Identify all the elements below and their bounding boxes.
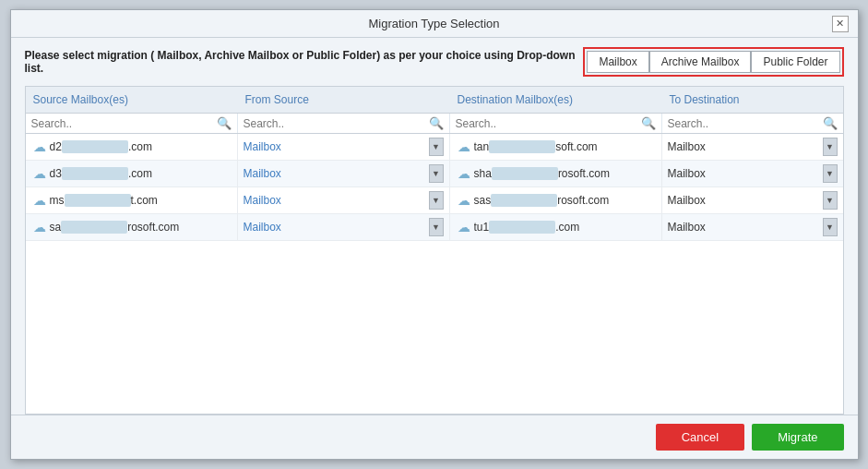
- source-email-4: sa████████rosoft.com: [50, 221, 180, 234]
- from-source-cell-2: Mailbox ▼: [238, 161, 450, 186]
- source-type-link-1[interactable]: Mailbox: [244, 140, 281, 153]
- to-dest-cell-4: Mailbox ▼: [662, 214, 843, 240]
- source-email-3: ms████████t.com: [50, 194, 158, 207]
- cloud-icon: ☁: [458, 139, 470, 154]
- close-button[interactable]: ✕: [832, 16, 849, 32]
- table-header: Source Mailbox(es) From Source Destinati…: [26, 87, 843, 114]
- source-dropdown-1[interactable]: ▼: [429, 138, 444, 156]
- col-header-to: To Destination: [662, 90, 843, 109]
- cloud-icon: ☁: [33, 193, 46, 208]
- cloud-icon: ☁: [33, 166, 46, 181]
- cloud-icon: ☁: [458, 220, 470, 234]
- dest-cell-1: ☁ tan████████soft.com: [450, 134, 662, 160]
- col-header-from: From Source: [238, 90, 450, 109]
- table-row: ☁ d3████████.com Mailbox ▼ ☁ sha████████…: [26, 161, 843, 187]
- mailbox-button[interactable]: Mailbox: [587, 51, 648, 73]
- cloud-icon: ☁: [33, 139, 46, 154]
- search-dest-cell: 🔍: [450, 114, 662, 133]
- source-dropdown-3[interactable]: ▼: [429, 191, 444, 210]
- dest-cell-3: ☁ sas████████rosoft.com: [450, 187, 662, 213]
- migration-dialog: Migration Type Selection ✕ Please select…: [10, 9, 859, 460]
- source-cell-2: ☁ d3████████.com: [26, 161, 238, 186]
- dest-email-3: sas████████rosoft.com: [474, 194, 610, 207]
- dest-dropdown-4[interactable]: ▼: [823, 218, 838, 236]
- from-source-cell-4: Mailbox ▼: [238, 214, 450, 240]
- dest-type-3: Mailbox: [668, 194, 706, 207]
- dest-dropdown-2[interactable]: ▼: [823, 164, 838, 183]
- to-dest-cell-2: Mailbox ▼: [662, 161, 843, 186]
- search-source-cell: 🔍: [26, 114, 238, 133]
- dialog-body: Please select migration ( Mailbox, Archi…: [11, 38, 858, 415]
- dest-cell-2: ☁ sha████████rosoft.com: [450, 161, 662, 186]
- data-rows: ☁ d2████████.com Mailbox ▼ ☁ tan████████…: [26, 134, 843, 414]
- from-source-cell-1: Mailbox ▼: [238, 134, 450, 160]
- dest-dropdown-3[interactable]: ▼: [823, 191, 838, 210]
- source-type-link-2[interactable]: Mailbox: [244, 167, 281, 180]
- migration-buttons: Mailbox Archive Mailbox Public Folder: [583, 47, 843, 77]
- search-from-cell: 🔍: [238, 114, 450, 133]
- to-dest-cell-1: Mailbox ▼: [662, 134, 843, 160]
- source-dropdown-2[interactable]: ▼: [429, 164, 444, 183]
- from-source-cell-3: Mailbox ▼: [238, 187, 450, 213]
- dest-email-1: tan████████soft.com: [474, 140, 598, 153]
- dialog-title: Migration Type Selection: [37, 17, 832, 30]
- instruction-row: Please select migration ( Mailbox, Archi…: [25, 47, 844, 77]
- col-header-dest: Destination Mailbox(es): [450, 90, 662, 109]
- source-dropdown-4[interactable]: ▼: [429, 218, 444, 236]
- dest-email-2: sha████████rosoft.com: [474, 167, 610, 180]
- dest-type-4: Mailbox: [668, 221, 706, 234]
- search-to-icon[interactable]: 🔍: [823, 116, 838, 130]
- cancel-button[interactable]: Cancel: [656, 424, 744, 451]
- dest-cell-4: ☁ tu1████████.com: [450, 214, 662, 240]
- mailbox-table: Source Mailbox(es) From Source Destinati…: [25, 86, 844, 415]
- search-source-input[interactable]: [31, 117, 217, 130]
- source-email-2: d3████████.com: [50, 167, 152, 180]
- cloud-icon: ☁: [33, 220, 46, 234]
- title-bar: Migration Type Selection ✕: [11, 10, 858, 38]
- cloud-icon: ☁: [458, 166, 470, 181]
- instruction-text: Please select migration ( Mailbox, Archi…: [25, 49, 584, 75]
- col-header-source: Source Mailbox(es): [26, 90, 238, 109]
- migrate-button[interactable]: Migrate: [752, 424, 843, 451]
- source-type-link-4[interactable]: Mailbox: [244, 221, 281, 234]
- cloud-icon: ☁: [458, 193, 470, 208]
- to-dest-cell-3: Mailbox ▼: [662, 187, 843, 213]
- search-to-input[interactable]: [668, 117, 823, 130]
- archive-mailbox-button[interactable]: Archive Mailbox: [649, 51, 752, 73]
- dialog-footer: Cancel Migrate: [11, 415, 858, 459]
- search-row: 🔍 🔍 🔍 🔍: [26, 114, 843, 134]
- search-to-cell: 🔍: [662, 114, 843, 133]
- table-row: ☁ d2████████.com Mailbox ▼ ☁ tan████████…: [26, 134, 843, 161]
- source-cell-3: ☁ ms████████t.com: [26, 187, 238, 213]
- source-cell-1: ☁ d2████████.com: [26, 134, 238, 160]
- search-dest-input[interactable]: [456, 117, 641, 130]
- search-from-input[interactable]: [244, 117, 429, 130]
- source-cell-4: ☁ sa████████rosoft.com: [26, 214, 238, 240]
- search-from-icon[interactable]: 🔍: [429, 116, 444, 130]
- public-folder-button[interactable]: Public Folder: [751, 51, 839, 73]
- table-row: ☁ sa████████rosoft.com Mailbox ▼ ☁ tu1██…: [26, 214, 843, 241]
- source-type-link-3[interactable]: Mailbox: [244, 194, 281, 207]
- dest-type-2: Mailbox: [668, 167, 706, 180]
- search-dest-icon[interactable]: 🔍: [641, 116, 656, 130]
- dest-dropdown-1[interactable]: ▼: [823, 138, 838, 156]
- dest-email-4: tu1████████.com: [474, 221, 580, 234]
- source-email-1: d2████████.com: [50, 140, 152, 153]
- dest-type-1: Mailbox: [668, 140, 706, 153]
- search-source-icon[interactable]: 🔍: [217, 116, 232, 130]
- table-row: ☁ ms████████t.com Mailbox ▼ ☁ sas███████…: [26, 187, 843, 214]
